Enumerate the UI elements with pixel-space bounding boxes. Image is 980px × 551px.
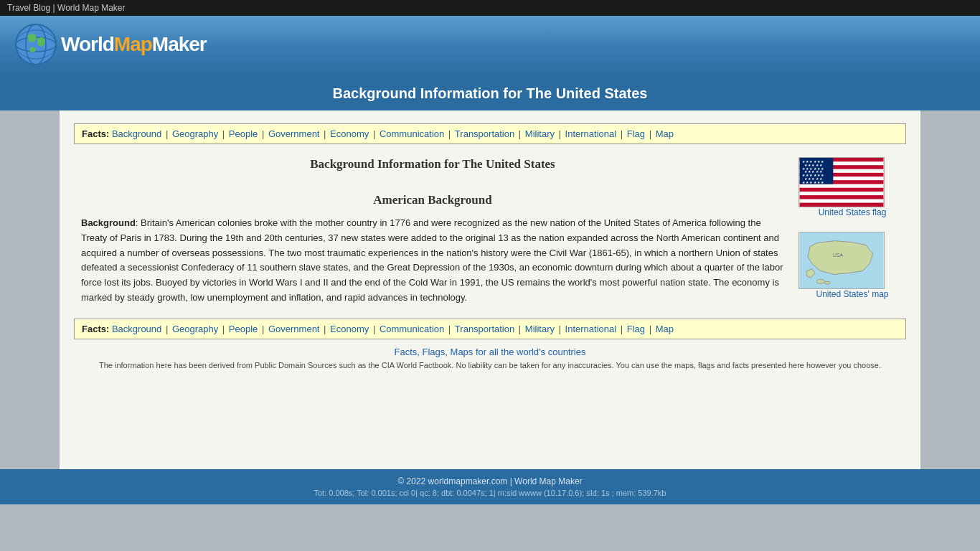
content-area: Background Information for The United St… (74, 150, 906, 313)
facts-nav-bottom: Facts: Background | Geography | People |… (74, 319, 906, 339)
nav-map-top[interactable]: Map (656, 128, 674, 139)
tech-info: Tot: 0.008s; Tol: 0.001s; cci 0| qc: 8; … (7, 489, 973, 497)
flag-caption[interactable]: United States flag (798, 207, 906, 217)
us-map-image[interactable]: USA (798, 232, 885, 289)
nav-transportation-bottom[interactable]: Transportation (455, 324, 514, 334)
logo-globe-icon (14, 23, 57, 66)
facts-flags-maps-link[interactable]: Facts, Flags, Maps for all the world's c… (395, 347, 586, 357)
page-title: Background Information for The United St… (333, 85, 648, 101)
nav-transportation-top[interactable]: Transportation (455, 128, 514, 139)
body-text: Background: Britain's American colonies … (81, 216, 784, 306)
world-map-maker-link[interactable]: World Map Maker (57, 3, 125, 13)
logo-map: Map (114, 33, 152, 55)
svg-point-27 (816, 279, 825, 283)
nav-communication-top[interactable]: Communication (380, 128, 444, 139)
nav-flag-top[interactable]: Flag (627, 128, 645, 139)
flag-container: ★ ★ ★ ★ ★ ★ ★ ★ ★ ★ ★ ★ ★ ★ ★ ★ ★ ★ ★ ★ … (798, 157, 906, 217)
svg-rect-15 (800, 195, 884, 199)
facts-nav-top: Facts: Background | Geography | People |… (74, 123, 906, 144)
svg-rect-17 (800, 203, 884, 207)
nav-government-top[interactable]: Government (268, 128, 320, 139)
nav-flag-bottom[interactable]: Flag (627, 324, 645, 334)
content-main: Background Information for The United St… (74, 157, 791, 306)
nav-background-bottom[interactable]: Background (112, 324, 161, 334)
svg-point-28 (825, 281, 831, 284)
nav-military-bottom[interactable]: Military (525, 324, 555, 334)
nav-international-top[interactable]: International (565, 128, 617, 139)
svg-rect-13 (800, 188, 884, 192)
facts-label-bottom: Facts: (82, 324, 109, 334)
nav-people-top[interactable]: People (229, 128, 258, 139)
content-sidebar: ★ ★ ★ ★ ★ ★ ★ ★ ★ ★ ★ ★ ★ ★ ★ ★ ★ ★ ★ ★ … (791, 157, 906, 306)
body-content: : Britain's American colonies broke with… (81, 217, 783, 303)
page-heading: Background Information for The United St… (81, 157, 784, 171)
travel-blog-link[interactable]: Travel Blog (7, 3, 50, 13)
us-flag-image[interactable]: ★ ★ ★ ★ ★ ★ ★ ★ ★ ★ ★ ★ ★ ★ ★ ★ ★ ★ ★ ★ … (798, 157, 885, 207)
nav-communication-bottom[interactable]: Communication (380, 324, 444, 334)
disclaimer: The information here has been derived fr… (74, 361, 906, 369)
nav-map-bottom[interactable]: Map (656, 324, 674, 334)
logo-area[interactable]: WorldMapMaker (14, 23, 207, 66)
header: WorldMapMaker (0, 16, 980, 77)
svg-text:USA: USA (833, 253, 843, 258)
nav-geography-bottom[interactable]: Geography (172, 324, 218, 334)
map-container: USA United States' map (798, 232, 906, 299)
svg-text:★ ★ ★ ★ ★ ★: ★ ★ ★ ★ ★ ★ (802, 181, 825, 184)
page-title-banner: Background Information for The United St… (0, 77, 980, 110)
nav-economy-bottom[interactable]: Economy (330, 324, 369, 334)
svg-rect-12 (800, 184, 884, 188)
nav-international-bottom[interactable]: International (565, 324, 617, 334)
nav-government-bottom[interactable]: Government (268, 324, 320, 334)
footer-links: Facts, Flags, Maps for all the world's c… (74, 347, 906, 357)
copyright: © 2022 worldmapmaker.com | World Map Mak… (7, 476, 973, 486)
logo-maker: Maker (152, 33, 207, 55)
top-bar: Travel Blog | World Map Maker (0, 0, 980, 16)
nav-economy-top[interactable]: Economy (330, 128, 369, 139)
nav-people-bottom[interactable]: People (229, 324, 258, 334)
logo-world: World (61, 33, 114, 55)
svg-rect-16 (800, 199, 884, 203)
logo-text: WorldMapMaker (61, 33, 207, 56)
section-title: American Background (81, 193, 784, 207)
body-label: Background (81, 217, 136, 228)
svg-rect-14 (800, 192, 884, 195)
nav-geography-top[interactable]: Geography (172, 128, 218, 139)
facts-label-top: Facts: (82, 128, 109, 139)
main-wrapper: Facts: Background | Geography | People |… (60, 110, 920, 469)
nav-military-top[interactable]: Military (525, 128, 555, 139)
footer-bottom: © 2022 worldmapmaker.com | World Map Mak… (0, 469, 980, 504)
map-caption[interactable]: United States' map (798, 289, 906, 299)
nav-background-top[interactable]: Background (112, 128, 161, 139)
